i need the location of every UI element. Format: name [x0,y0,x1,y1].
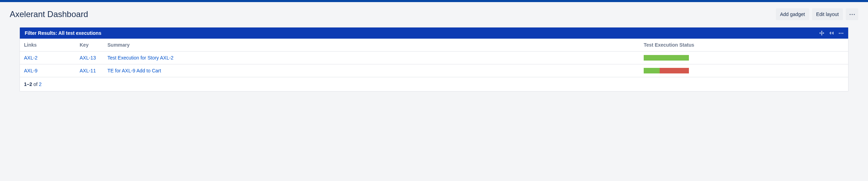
header-actions: Add gadget Edit layout [776,8,858,20]
status-segment-green [644,68,660,73]
table-pagination: 1–2 of 2 [20,77,848,91]
range-end: 2 [30,81,32,87]
page-title: Axelerant Dashboard [10,9,88,19]
row-summary-link[interactable]: TE for AXL-9 Add to Cart [107,68,161,73]
col-header-status: Test Execution Status [640,39,848,52]
table-header-row: Links Key Summary Test Execution Status [20,39,848,52]
row-key-link[interactable]: AXL-13 [80,55,96,61]
table-row: AXL-9AXL-11TE for AXL-9 Add to Cart [20,64,848,77]
page-header: Axelerant Dashboard Add gadget Edit layo… [10,8,858,20]
range-start: 1 [24,81,27,87]
more-actions-button[interactable] [846,8,858,20]
results-table: Links Key Summary Test Execution Status … [20,39,848,77]
col-header-key: Key [75,39,103,52]
filter-results-gadget: Filter Results: All test executions [19,27,849,92]
add-gadget-button[interactable]: Add gadget [776,8,809,20]
status-bar [644,55,689,61]
status-bar [644,68,689,73]
col-header-links: Links [20,39,75,52]
edit-layout-button[interactable]: Edit layout [812,8,843,20]
of-word: of [33,81,38,87]
gadget-header-icons [819,31,843,36]
row-links-link[interactable]: AXL-2 [24,55,38,61]
more-icon [850,14,855,15]
gadget-title: Filter Results: All test executions [25,30,819,36]
row-links-link[interactable]: AXL-9 [24,68,38,73]
gadget-header[interactable]: Filter Results: All test executions [20,27,848,39]
row-key-link[interactable]: AXL-11 [80,68,96,73]
gadget-more-icon[interactable] [839,33,843,34]
col-header-summary: Summary [103,39,640,52]
move-icon[interactable] [819,31,824,36]
status-segment-green [644,55,689,61]
minimize-icon[interactable] [829,31,834,36]
status-segment-red [660,68,689,73]
total-link[interactable]: 2 [39,81,42,87]
table-row: AXL-2AXL-13Test Execution for Story AXL-… [20,52,848,64]
row-summary-link[interactable]: Test Execution for Story AXL-2 [107,55,174,61]
